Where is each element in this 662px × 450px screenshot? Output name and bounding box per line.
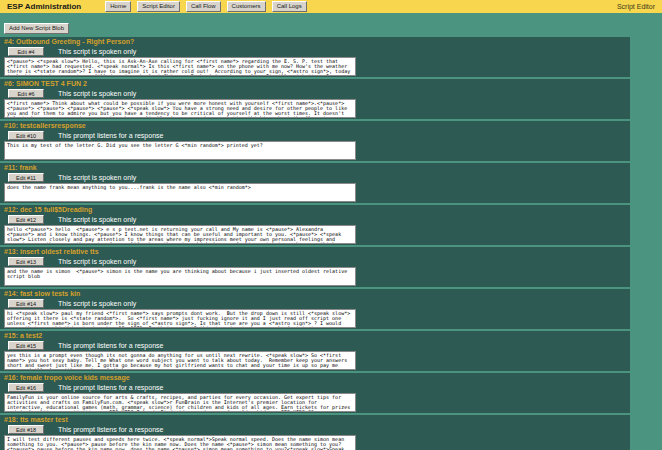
- edit-script-button[interactable]: Edit #15: [8, 341, 44, 350]
- script-blob-section: #14: fast slow tests kinEdit #14This scr…: [0, 289, 630, 329]
- edit-script-button[interactable]: Edit #12: [8, 215, 44, 224]
- script-mode-label: This script is spoken only: [58, 216, 136, 223]
- edit-script-button[interactable]: Edit #18: [8, 425, 44, 434]
- script-mode-label: This prompt listens for a response: [58, 384, 163, 391]
- script-mode-label: This script is spoken only: [58, 258, 136, 265]
- script-blob-section: #18: tts master testEdit #18This prompt …: [0, 415, 630, 450]
- nav-call-logs-button[interactable]: Call Logs: [272, 1, 307, 12]
- script-blob-section: #15: a test2Edit #15This prompt listens …: [0, 331, 630, 371]
- nav-script-editor-button[interactable]: Script Editor: [137, 1, 180, 12]
- script-blob-section: #4: Outbound Greeting - Right Person?Edi…: [0, 37, 630, 77]
- script-blob-title: #12: dec 15 full$5Dreading: [4, 206, 630, 214]
- script-mode-label: This script is spoken only: [58, 174, 136, 181]
- script-blob-controls: Edit #4This script is spoken only: [4, 47, 630, 56]
- edit-script-button[interactable]: Edit #11: [8, 173, 44, 182]
- app-title: ESP Administration: [7, 2, 81, 11]
- script-blob-controls: Edit #10This prompt listens for a respon…: [4, 131, 630, 140]
- script-blob-section: #12: dec 15 full$5DreadingEdit #12This s…: [0, 205, 630, 245]
- page-title: Script Editor: [617, 3, 655, 10]
- script-content-textarea[interactable]: hi <*speak slow*> paul my friend <*first…: [4, 309, 356, 328]
- script-blob-list: #4: Outbound Greeting - Right Person?Edi…: [0, 37, 630, 450]
- nav-home-button[interactable]: Home: [105, 1, 131, 12]
- script-content-textarea[interactable]: This is my test of the letter G. Did you…: [4, 141, 356, 160]
- top-bar: ESP Administration Home Script Editor Ca…: [0, 0, 662, 13]
- script-blob-title: #15: a test2: [4, 332, 630, 340]
- script-blob-section: #11: frankEdit #11This script is spoken …: [0, 163, 630, 203]
- script-mode-label: This script is spoken only: [58, 90, 136, 97]
- script-blob-controls: Edit #15This prompt listens for a respon…: [4, 341, 630, 350]
- edit-script-button[interactable]: Edit #16: [8, 383, 44, 392]
- edit-script-button[interactable]: Edit #6: [8, 89, 44, 98]
- script-blob-section: #13: insert oldest relative ttsEdit #13T…: [0, 247, 630, 287]
- edit-script-button[interactable]: Edit #13: [8, 257, 44, 266]
- script-blob-controls: Edit #12This script is spoken only: [4, 215, 630, 224]
- edit-script-button[interactable]: Edit #14: [8, 299, 44, 308]
- script-content-textarea[interactable]: <*pause*> <*speak slow*> Hello, this is …: [4, 57, 356, 76]
- script-mode-label: This script is spoken only: [58, 48, 136, 55]
- edit-script-button[interactable]: Edit #4: [8, 47, 44, 56]
- script-blob-title: #10: testcallersresponse: [4, 122, 630, 130]
- script-content-textarea[interactable]: yes this is a prompt even though its not…: [4, 351, 356, 370]
- script-blob-title: #13: insert oldest relative tts: [4, 248, 630, 256]
- script-mode-label: This prompt listens for a response: [58, 426, 163, 433]
- script-content-textarea[interactable]: and the name is simon <*pause*> simon is…: [4, 267, 356, 286]
- nav-call-flow-button[interactable]: Call Flow: [186, 1, 221, 12]
- script-blob-title: #6: SIMON TEST 4 FUN 2: [4, 80, 630, 88]
- script-blob-controls: Edit #16This prompt listens for a respon…: [4, 383, 630, 392]
- script-mode-label: This script is spoken only: [58, 300, 136, 307]
- script-blob-controls: Edit #11This script is spoken only: [4, 173, 630, 182]
- script-blob-section: #6: SIMON TEST 4 FUN 2Edit #6This script…: [0, 79, 630, 119]
- script-content-textarea[interactable]: does the name frank mean anything to you…: [4, 183, 356, 202]
- main-nav: Home Script Editor Call Flow Customers C…: [105, 1, 306, 12]
- script-content-textarea[interactable]: hello <*pause*> hello <*pause*> e s p te…: [4, 225, 356, 244]
- script-blob-title: #11: frank: [4, 164, 630, 172]
- script-blob-title: #16: female tropo voice kids message: [4, 374, 630, 382]
- script-content-textarea[interactable]: <*first name*> Think about what could be…: [4, 99, 356, 118]
- add-new-script-blob-button[interactable]: Add New Script Blob: [4, 23, 69, 34]
- script-content-textarea[interactable]: FamilyFun is your online source for arts…: [4, 393, 356, 412]
- toolbar-row: Add New Script Blob: [0, 13, 662, 37]
- script-blob-controls: Edit #14This script is spoken only: [4, 299, 630, 308]
- script-mode-label: This prompt listens for a response: [58, 132, 163, 139]
- script-blob-title: #4: Outbound Greeting - Right Person?: [4, 38, 630, 46]
- script-blob-section: #16: female tropo voice kids messageEdit…: [0, 373, 630, 413]
- nav-customers-button[interactable]: Customers: [227, 1, 266, 12]
- edit-script-button[interactable]: Edit #10: [8, 131, 44, 140]
- script-blob-controls: Edit #13This script is spoken only: [4, 257, 630, 266]
- script-blob-controls: Edit #18This prompt listens for a respon…: [4, 425, 630, 434]
- script-blob-controls: Edit #6This script is spoken only: [4, 89, 630, 98]
- script-blob-title: #18: tts master test: [4, 416, 630, 424]
- script-mode-label: This prompt listens for a response: [58, 342, 163, 349]
- script-blob-section: #10: testcallersresponseEdit #10This pro…: [0, 121, 630, 161]
- script-content-textarea[interactable]: I will test different pauses and speeds …: [4, 435, 356, 450]
- script-blob-title: #14: fast slow tests kin: [4, 290, 630, 298]
